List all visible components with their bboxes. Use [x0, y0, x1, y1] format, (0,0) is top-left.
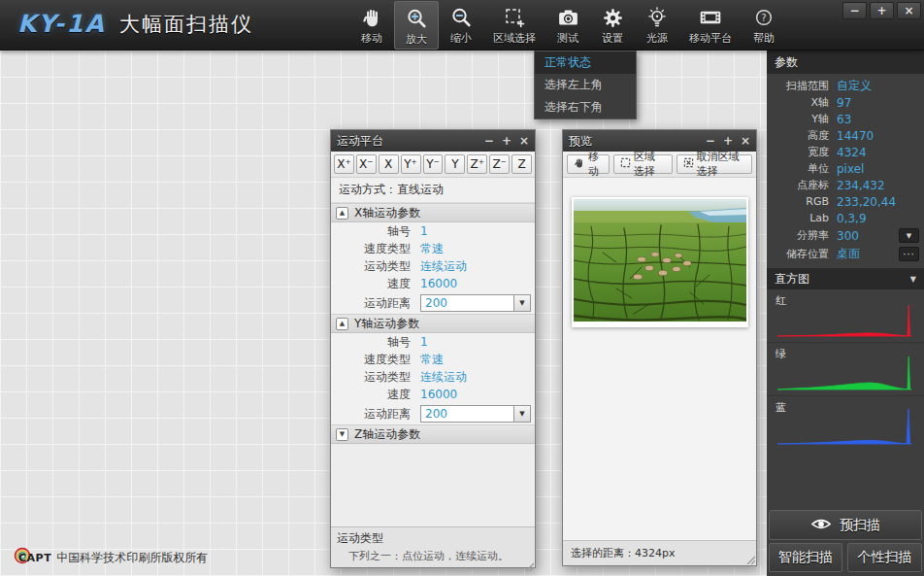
toolbar-item-settings[interactable]: 设置	[590, 0, 635, 51]
y-axis-section-header[interactable]: ▲ Y轴运动参数	[331, 314, 535, 333]
axis-jog-buttons: X⁺ X⁻ X Y⁺ Y⁻ Y Z⁺ Z⁻ Z	[331, 152, 535, 178]
collapse-icon[interactable]: ▼	[336, 428, 348, 441]
axis-button-x[interactable]: X	[379, 154, 399, 174]
panel-minimize-button[interactable]: −	[484, 135, 494, 147]
toolbar-item-move[interactable]: 移动	[349, 0, 394, 51]
panel-close-button[interactable]: ×	[741, 135, 750, 147]
preview-content[interactable]	[563, 178, 756, 540]
window-minimize-button[interactable]: −	[842, 2, 867, 19]
panel-minimize-button[interactable]: −	[706, 135, 715, 147]
region-select-icon	[620, 157, 631, 171]
param-value[interactable]: 常速	[420, 352, 444, 368]
chevron-down-icon[interactable]: ▼	[910, 275, 916, 284]
param-label: 运动类型	[331, 369, 411, 386]
x-axis-section-header[interactable]: ▲ X轴运动参数	[331, 203, 535, 222]
axis-button-y[interactable]: Y	[445, 154, 465, 174]
distance-select[interactable]: 200 ▼	[420, 405, 531, 423]
collapse-icon[interactable]: ▲	[336, 207, 348, 220]
panel-maximize-button[interactable]: +	[723, 135, 733, 147]
panel-maximize-button[interactable]: +	[502, 135, 512, 147]
preview-panel-titlebar[interactable]: 预览 − + ×	[563, 130, 756, 152]
param-value[interactable]: 常速	[420, 241, 444, 257]
param-value[interactable]: 连续运动	[420, 258, 467, 275]
axis-button-z-plus[interactable]: Z⁺	[467, 154, 487, 174]
select-value: 200	[421, 407, 513, 421]
param-label: 分辨率	[767, 228, 829, 243]
axis-button-x-minus[interactable]: X⁻	[356, 154, 377, 174]
param-value[interactable]: 16000	[420, 388, 457, 401]
param-row: 扫描范围 自定义	[767, 78, 924, 94]
histogram-header: 直方图 ▼	[767, 268, 924, 289]
toolbar-item-zoom-in[interactable]: 放大	[394, 1, 439, 50]
window-close-button[interactable]: ×	[897, 2, 921, 19]
menu-item-select-top-left[interactable]: 选择左上角	[535, 74, 636, 96]
param-value[interactable]: 0,3,9	[837, 212, 867, 225]
param-value[interactable]: 300	[837, 229, 859, 243]
axis-button-x-plus[interactable]: X⁺	[334, 154, 354, 174]
preview-cancel-region-button[interactable]: 取消区域选择	[676, 154, 752, 174]
param-value[interactable]: 14470	[837, 129, 874, 143]
motion-panel-titlebar[interactable]: 运动平台 − + ×	[331, 130, 535, 152]
axis-button-z-minus[interactable]: Z⁻	[489, 154, 510, 174]
prescan-button[interactable]: 预扫描	[769, 510, 922, 540]
param-value[interactable]: 1	[420, 335, 428, 349]
app-window: CAPT 中国科学技术印刷所版权所有 KY-1A 大幅面扫描仪	[0, 0, 924, 576]
param-value[interactable]: pixel	[837, 162, 864, 176]
param-value[interactable]: 1	[420, 224, 428, 238]
param-value[interactable]: 连续运动	[420, 369, 467, 386]
axis-button-z[interactable]: Z	[512, 154, 532, 174]
axis-button-y-minus[interactable]: Y⁻	[423, 154, 444, 174]
params-title: 参数	[775, 54, 798, 71]
preview-photo[interactable]	[572, 197, 748, 327]
histogram-red: 红	[767, 289, 924, 343]
params-header: 参数	[767, 51, 924, 74]
window-maximize-button[interactable]: +	[870, 2, 894, 19]
motion-panel-empty-area	[331, 444, 535, 526]
param-value[interactable]: 4324	[837, 146, 867, 159]
browse-button[interactable]: ···	[899, 247, 919, 261]
param-value[interactable]: 自定义	[837, 78, 872, 94]
app-logo-wrap: KY-1A 大幅面扫描仪	[17, 10, 253, 38]
button-label: 取消区域选择	[697, 150, 745, 179]
smart-scan-button[interactable]: 智能扫描	[769, 543, 842, 572]
param-value[interactable]: 63	[837, 113, 851, 126]
resolution-dropdown-button[interactable]: ▼	[899, 228, 919, 243]
param-row: X轴 97	[767, 94, 924, 111]
axis-button-y-plus[interactable]: Y⁺	[401, 154, 421, 174]
toolbar-item-help[interactable]: ? 帮助	[742, 0, 786, 51]
toolbar-item-motion-platform[interactable]: 移动平台	[679, 0, 742, 51]
preview-region-select-button[interactable]: 区域选择	[613, 154, 673, 174]
copyright-text: 中国科学技术印刷所版权所有	[56, 550, 208, 566]
collapse-icon[interactable]: ▲	[336, 318, 348, 330]
preview-move-button[interactable]: 移动	[567, 154, 610, 174]
param-row: RGB 233,20,44	[767, 193, 924, 210]
chevron-down-icon[interactable]: ▼	[513, 295, 530, 311]
custom-scan-button[interactable]: 个性扫描	[847, 543, 922, 572]
preview-toolbar: 移动 区域选择 取消区域选择	[563, 152, 756, 178]
menu-item-normal-state[interactable]: 正常状态	[535, 51, 636, 74]
toolbar-item-region-select[interactable]: 区域选择	[483, 0, 545, 51]
param-value[interactable]: 16000	[420, 277, 457, 290]
param-label: 轴号	[331, 223, 411, 240]
selected-distance-text: 选择的距离：4324px	[571, 547, 676, 559]
menu-item-select-bottom-right[interactable]: 选择右下角	[535, 96, 636, 119]
toolbar-item-test[interactable]: 测试	[545, 0, 590, 51]
param-row: Lab 0,3,9	[767, 210, 924, 226]
param-value[interactable]: 桌面	[837, 246, 860, 262]
z-axis-section-header[interactable]: ▼ Z轴运动参数	[331, 424, 535, 444]
chevron-down-icon[interactable]: ▼	[513, 406, 530, 422]
panel-close-button[interactable]: ×	[519, 135, 529, 147]
param-value[interactable]: 233,20,44	[837, 195, 896, 209]
resize-handle[interactable]	[745, 555, 755, 564]
bulb-icon	[644, 5, 670, 30]
eye-icon	[810, 518, 832, 533]
preview-status-bar: 选择的距离：4324px	[563, 540, 756, 565]
distance-select[interactable]: 200 ▼	[420, 294, 531, 312]
param-value[interactable]: 234,432	[837, 179, 885, 192]
resize-handle[interactable]	[524, 557, 534, 566]
toolbar-item-zoom-out[interactable]: 缩小	[439, 0, 483, 51]
resolution-row: 分辨率 300 ▼	[767, 226, 924, 245]
param-value[interactable]: 97	[837, 96, 851, 110]
toolbar-item-light-source[interactable]: 光源	[635, 0, 679, 51]
toolbar-label: 设置	[602, 31, 623, 46]
